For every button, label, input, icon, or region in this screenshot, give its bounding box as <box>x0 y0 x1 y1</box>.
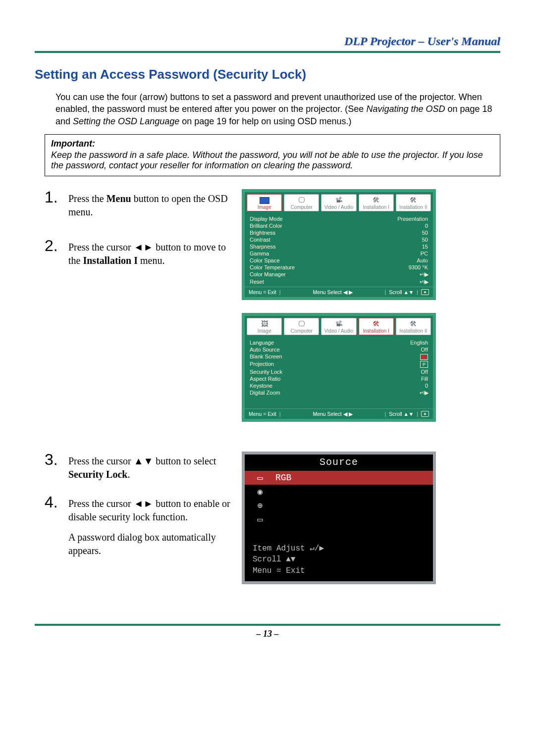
osd-tab-video-audio[interactable]: 📽Video / Audio <box>321 318 356 335</box>
source-row[interactable]: ▭ <box>245 512 433 526</box>
projection-icon: P <box>420 361 428 368</box>
source-foot-exit: Menu = Exit <box>253 565 425 576</box>
osd-panel-installation-1: 🖼Image 🖵Computer 📽Video / Audio 🛠Install… <box>242 313 436 422</box>
osd-tabs: 🖼Image 🖵Computer 📽Video / Audio 🛠Install… <box>245 316 433 337</box>
osd-tab-image[interactable]: Image <box>247 194 282 211</box>
intro-ref-1: Navigating the OSD <box>366 104 445 114</box>
install1-icon: 🛠 <box>359 319 393 328</box>
source-row[interactable]: ⊕ <box>245 499 433 512</box>
osd-item[interactable]: Sharpness15 <box>250 243 428 250</box>
step-number: 1. <box>45 189 68 205</box>
osd-item[interactable]: Digital Zoom↵/▶ <box>250 389 428 397</box>
intro-text: on page 19 for help on using OSD menus.) <box>182 116 351 126</box>
source-row-rgb[interactable]: ▭ RGB <box>245 471 433 485</box>
step-2: 2. Press the cursor ◄► button to move to… <box>45 238 233 267</box>
intro-ref-2: Setting the OSD Language <box>73 116 179 126</box>
osd-item[interactable]: Security LockOff <box>250 368 428 375</box>
help-icon: ● <box>421 289 429 295</box>
image-icon <box>247 196 281 204</box>
osd-item[interactable]: GammaPC <box>250 250 428 257</box>
osd-foot-select: Menu Select ◀ ▶ <box>283 411 381 417</box>
source-title: Source <box>245 454 433 471</box>
component-icon: ⊕ <box>253 500 268 511</box>
osd-item[interactable]: Aspect RatioFill <box>250 375 428 382</box>
svideo-icon: ◉ <box>253 486 268 497</box>
hdmi-icon: ▭ <box>253 514 268 525</box>
osd-list: Display ModePresentation Brilliant Color… <box>245 213 433 287</box>
osd-footer: Menu = Exit | Menu Select ◀ ▶ | Scroll ▲… <box>245 287 433 297</box>
osd-tab-installation-2[interactable]: 🛠Installation II <box>396 194 431 211</box>
computer-icon: 🖵 <box>284 319 319 328</box>
computer-icon: 🖵 <box>284 196 319 204</box>
step-number: 4. <box>45 494 68 510</box>
image-icon: 🖼 <box>247 319 281 328</box>
step-number: 2. <box>45 238 68 253</box>
osd-tab-installation-1[interactable]: 🛠Installation I <box>359 318 394 335</box>
osd-foot-scroll: Scroll ▲▼ <box>389 411 414 417</box>
osd-item[interactable]: Color Manager↵/▶ <box>250 271 428 278</box>
osd-foot-exit: Menu = Exit <box>249 289 276 295</box>
install2-icon: 🛠 <box>396 196 430 204</box>
blank-screen-swatch <box>420 353 428 360</box>
osd-item[interactable]: Display ModePresentation <box>250 215 428 222</box>
source-panel: Source ▭ RGB ◉ ⊕ ▭ <box>242 452 436 584</box>
osd-item[interactable]: ProjectionP <box>250 360 428 368</box>
source-foot-scroll: Scroll ▲▼ <box>253 554 425 565</box>
page-number: – 13 – <box>35 629 500 639</box>
footer-rule <box>35 624 500 626</box>
source-foot-adjust: Item Adjust ↵/▶ <box>253 543 425 554</box>
page-header: DLP Projector – User's Manual <box>35 35 500 51</box>
osd-item[interactable]: Color SpaceAuto <box>250 257 428 264</box>
osd-foot-select: Menu Select ◀ ▶ <box>283 289 381 295</box>
osd-tab-computer[interactable]: 🖵Computer <box>284 194 319 211</box>
osd-item[interactable]: Color Temperature9300 °K <box>250 264 428 271</box>
osd-tab-video-audio[interactable]: 📽Video / Audio <box>321 194 356 211</box>
install2-icon: 🛠 <box>396 319 430 328</box>
source-row-label: RGB <box>275 473 291 483</box>
intro-paragraph: You can use the four (arrow) buttons to … <box>55 91 500 127</box>
osd-tab-installation-2[interactable]: 🛠Installation II <box>396 318 431 335</box>
help-icon: ● <box>421 411 429 417</box>
osd-item[interactable]: Auto SourceOff <box>250 346 428 353</box>
osd-tab-computer[interactable]: 🖵Computer <box>284 318 319 335</box>
source-footer: Item Adjust ↵/▶ Scroll ▲▼ Menu = Exit <box>245 539 433 581</box>
osd-item[interactable]: LanguageEnglish <box>250 339 428 346</box>
install1-icon: 🛠 <box>359 196 393 204</box>
important-heading: Important: <box>51 139 494 149</box>
osd-footer: Menu = Exit | Menu Select ◀ ▶ | Scroll ▲… <box>245 408 433 419</box>
important-body: Keep the password in a safe place. Witho… <box>51 150 494 171</box>
osd-item[interactable]: Contrast50 <box>250 236 428 243</box>
osd-tab-installation-1[interactable]: 🛠Installation I <box>359 194 394 211</box>
video-audio-icon: 📽 <box>321 196 356 204</box>
step-3: 3. Press the cursor ▲▼ button to select … <box>45 452 233 481</box>
osd-panel-image: Image 🖵Computer 📽Video / Audio 🛠Installa… <box>242 189 436 300</box>
osd-foot-scroll: Scroll ▲▼ <box>389 289 414 295</box>
osd-item[interactable]: Keystone0 <box>250 382 428 389</box>
osd-item[interactable]: Blank Screen <box>250 353 428 360</box>
important-box: Important: Keep the password in a safe p… <box>45 134 500 176</box>
osd-tabs: Image 🖵Computer 📽Video / Audio 🛠Installa… <box>245 192 433 213</box>
osd-list: LanguageEnglish Auto SourceOff Blank Scr… <box>245 337 433 408</box>
section-title: Setting an Access Password (Security Loc… <box>35 67 500 82</box>
osd-item[interactable]: Brilliant Color0 <box>250 222 428 229</box>
osd-item[interactable]: Brightness50 <box>250 229 428 236</box>
step-text: Press the cursor ▲▼ button to select Sec… <box>68 452 233 481</box>
rgb-icon: ▭ <box>253 472 268 483</box>
video-audio-icon: 📽 <box>321 319 356 328</box>
step-text: Press the Menu button to open the OSD me… <box>68 189 233 219</box>
step-4: 4. Press the cursor ◄► button to enable … <box>45 494 233 557</box>
osd-item[interactable]: Reset↵/▶ <box>250 278 428 286</box>
step-number: 3. <box>45 452 68 467</box>
osd-foot-exit: Menu = Exit <box>249 411 276 417</box>
step-text: Press the cursor ◄► button to enable or … <box>68 494 233 557</box>
step-1: 1. Press the Menu button to open the OSD… <box>45 189 233 219</box>
source-row[interactable]: ◉ <box>245 485 433 499</box>
header-rule <box>35 51 500 53</box>
step-text: Press the cursor ◄► button to move to th… <box>68 238 233 267</box>
osd-tab-image[interactable]: 🖼Image <box>247 318 282 335</box>
